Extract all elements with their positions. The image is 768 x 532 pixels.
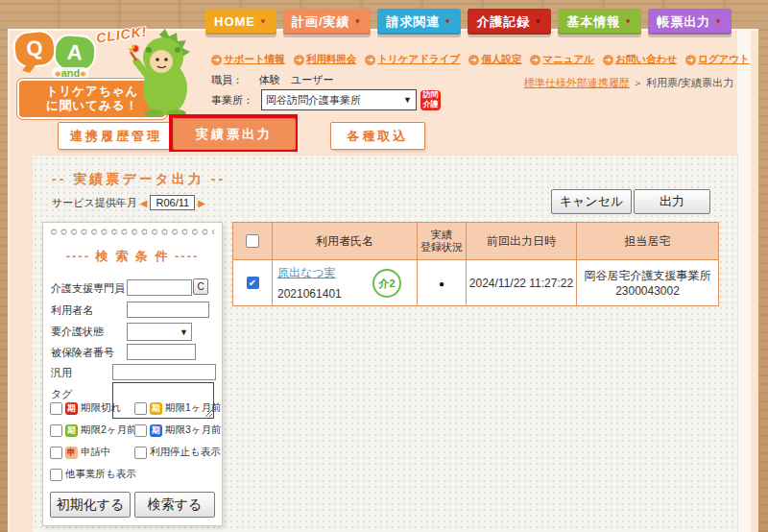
tab-results-output[interactable]: 実績票出力 [173,118,296,150]
right-margin-strip [737,29,751,532]
caret-down-icon: ▼ [534,17,542,26]
row-select-cell: ✔ [233,260,273,306]
quicklink-contact[interactable]: ➜お問い合わせ [603,53,677,66]
arrow-circle-icon: ➜ [530,55,540,65]
applying-badge: 申 [65,447,78,459]
office-select[interactable]: 岡谷訪問介護事業所 ▼ [261,89,417,110]
user-name-input[interactable] [127,302,209,318]
row-office-cell: 岡谷居宅介護支援事業所 2300043002 [577,260,719,306]
nav-care-records[interactable]: 介護記録▼ [468,9,551,35]
row-status-cell: ● [418,260,467,306]
arrow-circle-icon: ➜ [685,55,696,65]
checkbox-row-show-suspended: 利用停止も表示 [134,446,221,459]
checkbox-row-3month: 期 期限3ヶ月前 [134,423,222,437]
a-letter: A [66,39,84,65]
tab-link-history[interactable]: 連携履歴管理 [58,122,175,150]
caret-down-icon: ▼ [624,17,633,26]
row-checkbox-checked[interactable]: ✔ [247,277,259,289]
user-name-link[interactable]: 原出なつ実 [277,265,336,281]
arrow-circle-icon: ➜ [211,55,222,65]
caret-down-icon: ▼ [444,17,452,26]
care-manager-label: 介護支援専門員 [51,281,125,296]
cancel-button[interactable]: キャンセル [551,189,632,214]
nav-billing[interactable]: 請求関連▼ [377,9,461,35]
header-office: 担当居宅 [577,223,719,260]
checkbox-row-other-offices: 他事業所も表示 [50,468,136,481]
row-last-output-cell: 2024/11/22 11:27:22 [467,260,577,306]
insured-no-input[interactable] [127,344,196,360]
breadcrumb-history-link[interactable]: 標準仕様外部連携履歴 [524,77,630,88]
nav-report-output[interactable]: 帳票出力▼ [648,9,732,35]
q-letter: Q [25,36,44,62]
results-table: 利用者氏名 実績登録状況 前回出力日時 担当居宅 ✔ 原出なつ実 2021061… [232,222,719,306]
tricare-mascot-icon [123,29,194,117]
arrow-circle-icon: ➜ [603,55,613,65]
care-level-badge: 介2 [372,269,401,298]
care-manager-input[interactable] [127,279,192,296]
general-input[interactable] [112,364,216,380]
quicklink-personal-settings[interactable]: ➜個人設定 [468,53,521,66]
user-id: 2021061401 [277,287,342,301]
breadcrumb-separator: ＞ [633,77,643,88]
table-header-row: 利用者氏名 実績登録状況 前回出力日時 担当居宅 [233,223,719,260]
arrow-circle-icon: ➜ [468,55,479,65]
expire-2month-badge: 期 [65,424,78,437]
checkbox-row-1month: 期 期限1ヶ月前 [134,401,222,415]
tab-various-import[interactable]: 各種取込 [330,122,425,150]
tag-label: タグ [51,387,73,401]
quicklink-support-info[interactable]: ➜サポート情報 [211,53,285,66]
other-offices-checkbox[interactable] [50,469,62,481]
nav-basic-info[interactable]: 基本情報▼ [558,9,641,35]
reset-button[interactable]: 初期化する [50,492,131,518]
care-level-label: 要介護状態 [51,325,104,339]
expire-3month-badge: 期 [150,424,162,437]
caret-down-icon: ▼ [180,327,188,337]
qa-logo[interactable]: Q A CLICK! ✹ ✱and✱ トリケアちゃん に聞いてみる！ [8,25,196,115]
home-visit-care-badge: 訪問 介護 [420,90,441,110]
header-status: 実績登録状況 [418,223,467,260]
expire-1month-badge: 期 [150,402,162,415]
quicklink-manual[interactable]: ➜マニュアル [530,53,594,66]
output-button[interactable]: 出力 [634,189,710,214]
quicklink-fee-inquiry[interactable]: ➜利用料照会 [294,53,357,66]
search-conditions-title: ---- 検 索 条 件 ---- [43,248,222,265]
expire-3month-checkbox[interactable] [134,424,147,437]
page-title: -- 実績票データ出力 -- [52,171,226,188]
search-button[interactable]: 検索する [134,492,215,518]
arrow-circle-icon: ➜ [365,55,375,65]
show-suspended-checkbox[interactable] [134,447,147,459]
general-label: 汎用 [51,366,72,380]
expire-2month-checkbox[interactable] [50,424,62,437]
expired-checkbox[interactable] [50,402,62,415]
nav-plan-results[interactable]: 計画/実績▼ [283,9,372,35]
office-name: 岡谷居宅介護支援事業所 [578,268,717,283]
next-month-icon[interactable]: ▶ [198,198,205,208]
app-root: Q A CLICK! ✹ ✱and✱ トリケアちゃん に聞いてみる！ HOME▼ [0,0,768,532]
quick-links: ➜サポート情報 ➜利用料照会 ➜トリケアドライブ ➜個人設定 ➜マニュアル ➜お… [211,53,750,66]
nav-home[interactable]: HOME▼ [205,9,276,35]
service-month-row: サービス提供年月 ◀ R06/11 ▶ [52,195,205,210]
clear-button[interactable]: C [193,278,208,295]
applying-checkbox[interactable] [50,447,62,459]
care-level-select[interactable]: ▼ [127,323,192,341]
header-last-output: 前回出力日時 [467,223,577,260]
service-month-value: R06/11 [150,195,195,210]
a-speech-bubble-icon: A [55,36,95,71]
staff-name: 体験 ユーザー [259,74,334,85]
expire-1month-checkbox[interactable] [134,402,147,415]
quicklink-logout[interactable]: ➜ログアウト [685,53,750,66]
highlight-red-box: 実績票出力 [169,114,298,152]
prev-month-icon[interactable]: ◀ [140,198,148,208]
user-name-label: 利用者名 [51,303,93,318]
breadcrumb: 標準仕様外部連携履歴 ＞ 利用票/実績票出力 [524,76,733,90]
insured-no-label: 被保険者番号 [51,346,114,360]
checkbox-row-applying: 申 申請中 [50,446,111,459]
caret-down-icon: ▼ [354,17,363,26]
q-speech-bubble-icon: Q [13,31,55,67]
row-user-cell: 原出なつ実 2021061401 介2 [273,260,418,306]
quicklink-tricare-drive[interactable]: ➜トリケアドライブ [365,53,460,66]
select-all-checkbox[interactable] [246,234,259,248]
breadcrumb-current: 利用票/実績票出力 [646,77,733,88]
checkbox-row-expired: 期 期限切れ [50,401,121,415]
star-icon: ✱ [55,70,61,79]
